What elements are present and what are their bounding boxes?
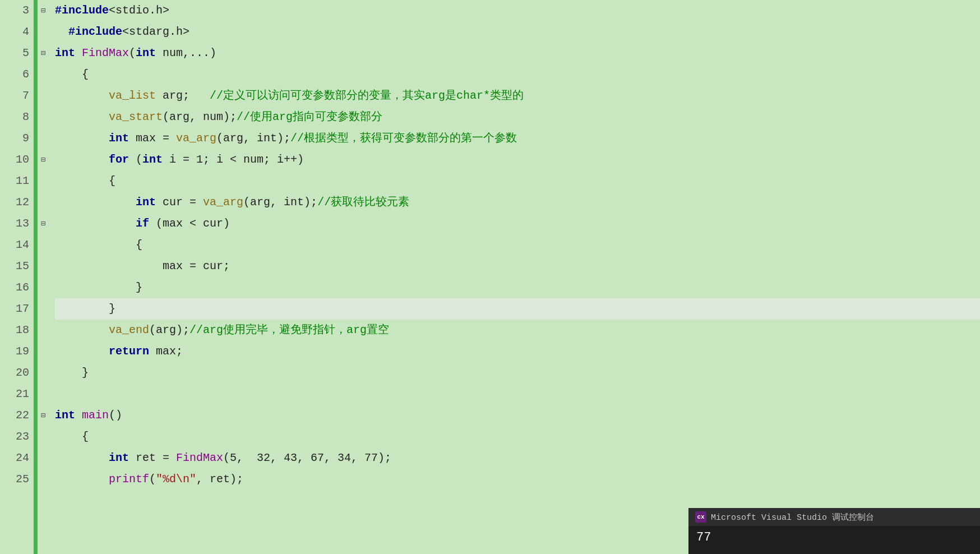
token-plain: cur = xyxy=(156,192,203,213)
code-line: { xyxy=(55,426,980,447)
token-fn: printf xyxy=(109,469,149,490)
token-plain: > xyxy=(163,0,169,21)
code-line: int FindMax(int num,...) xyxy=(55,43,980,64)
token-plain: } xyxy=(55,277,142,298)
token-plain xyxy=(55,149,109,170)
token-plain: (arg); xyxy=(149,320,189,341)
token-plain xyxy=(55,469,109,490)
line-numbers: 345678910111213141516171819202122232425 xyxy=(0,0,34,554)
line-number: 18 xyxy=(0,320,29,341)
line-number: 22 xyxy=(0,405,29,426)
line-number: 23 xyxy=(0,426,29,447)
token-plain: i = 1; i < num; i++) xyxy=(163,149,304,170)
fold-icon[interactable]: ⊟ xyxy=(38,0,48,21)
token-cm: //根据类型，获得可变参数部分的第一个参数 xyxy=(290,128,517,149)
token-va: va_end xyxy=(109,320,149,341)
token-plain xyxy=(55,447,109,469)
token-plain: stdio.h xyxy=(115,0,163,21)
code-line: int main() xyxy=(55,405,980,426)
token-kw: int xyxy=(55,43,75,64)
token-kw: int xyxy=(109,128,129,149)
token-plain: ); xyxy=(304,192,317,213)
debug-panel: cx Microsoft Visual Studio 调试控制台 77 xyxy=(688,508,980,554)
line-number: 21 xyxy=(0,384,29,405)
token-kw: int xyxy=(136,43,156,64)
code-area: #include<stdio.h> #include<stdarg.h>int … xyxy=(49,0,980,554)
code-line: int ret = FindMax(5, 32, 43, 67, 34, 77)… xyxy=(55,447,980,469)
token-plain: num,...) xyxy=(156,43,216,64)
line-number: 7 xyxy=(0,85,29,107)
line-number: 15 xyxy=(0,256,29,277)
token-plain: ( xyxy=(129,43,136,64)
line-number: 3 xyxy=(0,0,29,21)
line-number: 13 xyxy=(0,213,29,234)
token-cm: //获取待比较元素 xyxy=(317,192,409,213)
token-kw: return xyxy=(109,341,149,362)
debug-panel-output: 77 xyxy=(688,526,980,554)
code-line: } xyxy=(55,298,980,320)
token-plain xyxy=(55,107,109,128)
token-plain: int xyxy=(284,192,304,213)
token-va: va_arg xyxy=(176,128,216,149)
code-line: va_end(arg);//arg使用完毕，避免野指针，arg置空 xyxy=(55,320,980,341)
line-number: 19 xyxy=(0,341,29,362)
code-line: { xyxy=(55,170,980,192)
code-line xyxy=(55,384,980,405)
token-cm: //arg使用完毕，避免野指针，arg置空 xyxy=(189,320,389,341)
code-line: #include<stdarg.h> xyxy=(55,21,980,43)
token-plain: arg; xyxy=(156,85,210,107)
line-number: 8 xyxy=(0,107,29,128)
token-plain: int xyxy=(257,128,277,149)
line-number: 6 xyxy=(0,64,29,85)
token-fn: FindMax xyxy=(176,447,223,469)
token-plain: ( xyxy=(149,469,156,490)
line-number: 5 xyxy=(0,43,29,64)
token-plain: (arg, num); xyxy=(163,107,237,128)
token-va: va_arg xyxy=(203,192,243,213)
token-plain xyxy=(55,213,136,234)
line-number: 10 xyxy=(0,149,29,170)
token-cm: //使用arg指向可变参数部分 xyxy=(237,107,382,128)
token-plain: max = cur; xyxy=(55,256,230,277)
token-plain: { xyxy=(55,234,142,256)
line-number: 20 xyxy=(0,362,29,384)
fold-icon[interactable]: ⊟ xyxy=(38,213,48,234)
fold-icon[interactable]: ⊟ xyxy=(38,405,48,426)
token-kw: int xyxy=(55,405,75,426)
token-str: "%d\n" xyxy=(156,469,196,490)
token-plain: > xyxy=(183,21,189,43)
token-plain: } xyxy=(55,362,89,384)
token-kw: if xyxy=(136,213,149,234)
code-line: for (int i = 1; i < num; i++) xyxy=(55,149,980,170)
code-line: va_list arg; //定义可以访问可变参数部分的变量，其实arg是cha… xyxy=(55,85,980,107)
token-plain xyxy=(75,405,82,426)
code-line: #include<stdio.h> xyxy=(55,0,980,21)
token-plain: { xyxy=(55,170,115,192)
token-plain: { xyxy=(55,64,89,85)
token-plain: ( xyxy=(129,149,142,170)
code-line: int max = va_arg(arg, int);//根据类型，获得可变参数… xyxy=(55,128,980,149)
code-line: max = cur; xyxy=(55,256,980,277)
line-number: 12 xyxy=(0,192,29,213)
fold-icon[interactable]: ⊟ xyxy=(38,43,48,64)
token-kw: int xyxy=(136,192,156,213)
token-plain: max = xyxy=(129,128,176,149)
token-plain: max; xyxy=(149,341,183,362)
token-fn: main xyxy=(82,405,109,426)
code-line: int cur = va_arg(arg, int);//获取待比较元素 xyxy=(55,192,980,213)
vs-icon: cx xyxy=(695,511,706,523)
token-va: va_start xyxy=(109,107,163,128)
code-line: if (max < cur) xyxy=(55,213,980,234)
token-pp: #include xyxy=(68,21,122,43)
token-plain: , ret); xyxy=(196,469,243,490)
token-plain: < xyxy=(109,0,115,21)
token-plain: (5, 32, 43, 67, 34, 77); xyxy=(223,447,391,469)
token-plain: } xyxy=(55,298,115,320)
debug-panel-title: Microsoft Visual Studio 调试控制台 xyxy=(711,512,874,523)
fold-icon[interactable]: ⊟ xyxy=(38,149,48,170)
token-plain xyxy=(55,320,109,341)
token-plain xyxy=(55,85,109,107)
token-plain xyxy=(55,128,109,149)
token-plain xyxy=(75,43,82,64)
line-number: 4 xyxy=(0,21,29,43)
